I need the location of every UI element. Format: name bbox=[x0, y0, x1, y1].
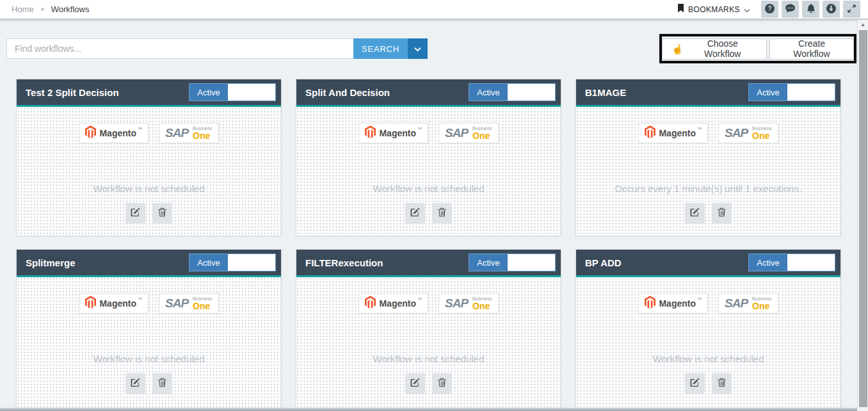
edit-workflow-button[interactable] bbox=[125, 373, 145, 394]
active-toggle-label: Active bbox=[189, 84, 228, 101]
magento-icon bbox=[645, 125, 655, 141]
chat-icon bbox=[785, 3, 796, 16]
sap-label: SAP bbox=[165, 126, 188, 140]
scroll-up-arrow[interactable]: ▲ bbox=[858, 20, 868, 29]
hand-pointer-icon: ☝ bbox=[671, 44, 684, 54]
bookmark-icon bbox=[677, 4, 684, 15]
choose-workflow-button[interactable]: ☝ Choose Workflow bbox=[662, 38, 767, 60]
trash-icon bbox=[718, 207, 726, 219]
scrollbar-thumb[interactable] bbox=[859, 30, 867, 407]
delete-workflow-button[interactable] bbox=[152, 373, 172, 394]
card-actions bbox=[576, 373, 840, 394]
connector-logos: Magento ™ SAP Business One bbox=[17, 293, 281, 314]
trash-icon bbox=[718, 378, 726, 389]
active-toggle-label: Active bbox=[749, 84, 787, 101]
workflow-card-body: Magento ™ SAP Business One Workflow is n… bbox=[17, 107, 281, 236]
sap-product: Business One bbox=[193, 126, 212, 140]
svg-text:?: ? bbox=[768, 5, 771, 12]
sap-label: SAP bbox=[445, 126, 468, 140]
workflow-card: FILTERexecution Active Magento ™ SAP bbox=[296, 249, 561, 411]
magento-icon bbox=[85, 125, 96, 141]
workflow-card-header: BP ADD Active bbox=[576, 250, 840, 275]
delete-workflow-button[interactable] bbox=[432, 203, 452, 223]
bell-icon bbox=[806, 3, 816, 15]
sap-business-one-logo: SAP Business One bbox=[159, 293, 219, 314]
active-toggle[interactable]: Active bbox=[469, 254, 556, 271]
active-toggle[interactable]: Active bbox=[469, 83, 556, 101]
delete-workflow-button[interactable] bbox=[712, 203, 732, 223]
bookmarks-menu[interactable]: BOOKMARKS bbox=[677, 4, 750, 15]
edit-workflow-button[interactable] bbox=[405, 373, 425, 394]
workflow-card-body: Magento ™ SAP Business One Workflow is n… bbox=[576, 277, 840, 411]
active-toggle-label: Active bbox=[189, 254, 228, 271]
edit-workflow-button[interactable] bbox=[125, 203, 145, 223]
sap-label: SAP bbox=[165, 296, 188, 310]
active-toggle[interactable]: Active bbox=[748, 83, 835, 101]
magento-logo: Magento ™ bbox=[79, 123, 149, 143]
search-options-button[interactable] bbox=[408, 38, 428, 59]
help-icon: ? bbox=[764, 3, 775, 16]
workflow-card-body: Magento ™ SAP Business One Workflow is n… bbox=[296, 107, 561, 236]
sap-business-one-logo: SAP Business One bbox=[718, 123, 778, 143]
workflow-card-header: Split And Decision Active bbox=[296, 79, 561, 105]
schedule-text: Workflow is not scheduled bbox=[17, 183, 281, 194]
edit-workflow-button[interactable] bbox=[685, 203, 705, 223]
workflow-card-header: Splitmerge Active bbox=[17, 250, 281, 275]
workflow-card-body: Magento ™ SAP Business One Occurs every … bbox=[576, 107, 840, 236]
sap-business-one-logo: SAP Business One bbox=[718, 293, 778, 314]
schedule-text: Workflow is not scheduled bbox=[296, 183, 561, 194]
active-toggle-track bbox=[787, 254, 835, 271]
active-toggle-track bbox=[787, 84, 835, 101]
connector-logos: Magento ™ SAP Business One bbox=[576, 123, 840, 143]
updates-button[interactable] bbox=[823, 1, 840, 18]
sap-product: Business One bbox=[472, 296, 492, 310]
choose-workflow-label: Choose Workflow bbox=[688, 38, 757, 59]
workflow-title: Split And Decision bbox=[305, 87, 390, 98]
sap-business-one-logo: SAP Business One bbox=[159, 123, 219, 143]
search-input[interactable] bbox=[6, 38, 353, 59]
magento-label: Magento bbox=[379, 128, 416, 138]
active-toggle[interactable]: Active bbox=[189, 83, 276, 101]
main-content: SEARCH ☝ Choose Workflow Create Workflow… bbox=[0, 20, 857, 411]
workflow-card: Split And Decision Active Magento ™ SAP bbox=[296, 79, 561, 236]
magento-label: Magento bbox=[99, 128, 136, 138]
topbar-actions: BOOKMARKS ? bbox=[677, 1, 860, 18]
delete-workflow-button[interactable] bbox=[432, 373, 452, 394]
workflow-title: FILTERexecution bbox=[305, 257, 383, 268]
edit-workflow-button[interactable] bbox=[405, 203, 425, 223]
active-toggle-label: Active bbox=[749, 254, 787, 271]
magento-trademark: ™ bbox=[417, 297, 422, 302]
card-actions bbox=[17, 373, 281, 394]
fullscreen-button[interactable] bbox=[843, 1, 860, 18]
notifications-button[interactable] bbox=[802, 1, 819, 18]
workflow-title: Splitmerge bbox=[26, 257, 76, 268]
magento-trademark: ™ bbox=[697, 297, 702, 302]
connector-logos: Magento ™ SAP Business One bbox=[17, 123, 281, 143]
sap-one-label: One bbox=[752, 131, 771, 140]
sap-business-one-logo: SAP Business One bbox=[438, 293, 499, 314]
workflow-card-body: Magento ™ SAP Business One Workflow is n… bbox=[17, 277, 281, 411]
workflow-title: B1MAGE bbox=[585, 87, 626, 98]
card-actions bbox=[296, 203, 561, 223]
search-button[interactable]: SEARCH bbox=[353, 38, 408, 59]
download-icon bbox=[826, 3, 837, 16]
delete-workflow-button[interactable] bbox=[152, 203, 172, 223]
delete-workflow-button[interactable] bbox=[712, 373, 732, 394]
create-workflow-label: Create Workflow bbox=[779, 38, 844, 59]
expand-icon bbox=[847, 4, 856, 15]
edit-workflow-button[interactable] bbox=[685, 373, 705, 394]
active-toggle-track bbox=[508, 84, 555, 101]
help-button[interactable]: ? bbox=[761, 1, 778, 18]
feedback-button[interactable] bbox=[782, 1, 799, 18]
create-workflow-button[interactable]: Create Workflow bbox=[769, 38, 854, 60]
trash-icon bbox=[158, 207, 166, 219]
workflow-card: Test 2 Split Decision Active Magento ™ S… bbox=[16, 79, 282, 236]
active-toggle[interactable]: Active bbox=[189, 254, 276, 271]
active-toggle-track bbox=[508, 254, 555, 271]
edit-icon bbox=[410, 378, 420, 389]
active-toggle[interactable]: Active bbox=[748, 254, 835, 271]
breadcrumb-home[interactable]: Home bbox=[12, 4, 34, 14]
card-actions bbox=[576, 203, 840, 223]
vertical-scrollbar[interactable]: ▲ bbox=[857, 20, 868, 411]
sap-product: Business One bbox=[752, 126, 771, 140]
